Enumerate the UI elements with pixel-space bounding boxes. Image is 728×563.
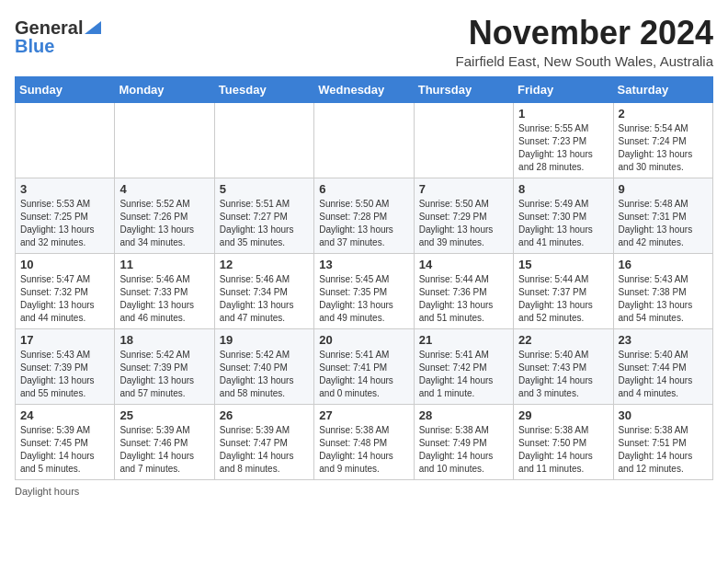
day-number: 12	[220, 258, 309, 271]
calendar-cell: 12Sunrise: 5:46 AM Sunset: 7:34 PM Dayli…	[214, 253, 313, 328]
col-thursday: Thursday	[414, 76, 513, 102]
day-number: 26	[220, 408, 309, 422]
day-info: Sunrise: 5:44 AM Sunset: 7:36 PM Dayligh…	[419, 274, 494, 323]
calendar-cell: 23Sunrise: 5:40 AM Sunset: 7:44 PM Dayli…	[613, 328, 712, 404]
calendar-cell: 18Sunrise: 5:42 AM Sunset: 7:39 PM Dayli…	[115, 328, 214, 404]
col-monday: Monday	[115, 76, 214, 102]
calendar-cell: 9Sunrise: 5:48 AM Sunset: 7:31 PM Daylig…	[613, 178, 712, 253]
day-info: Sunrise: 5:54 AM Sunset: 7:24 PM Dayligh…	[619, 123, 693, 172]
calendar-cell: 22Sunrise: 5:40 AM Sunset: 7:43 PM Dayli…	[514, 328, 613, 404]
day-number: 20	[319, 333, 408, 347]
day-number: 23	[619, 333, 708, 347]
day-number: 6	[319, 182, 408, 196]
day-info: Sunrise: 5:48 AM Sunset: 7:31 PM Dayligh…	[619, 199, 693, 247]
day-info: Sunrise: 5:41 AM Sunset: 7:41 PM Dayligh…	[319, 350, 393, 398]
calendar-week-4: 17Sunrise: 5:43 AM Sunset: 7:39 PM Dayli…	[16, 328, 713, 404]
day-info: Sunrise: 5:55 AM Sunset: 7:23 PM Dayligh…	[518, 123, 593, 172]
calendar-cell: 4Sunrise: 5:52 AM Sunset: 7:26 PM Daylig…	[115, 178, 214, 253]
day-number: 5	[220, 182, 309, 196]
day-info: Sunrise: 5:47 AM Sunset: 7:32 PM Dayligh…	[20, 274, 95, 323]
day-info: Sunrise: 5:40 AM Sunset: 7:43 PM Dayligh…	[518, 350, 593, 398]
day-info: Sunrise: 5:38 AM Sunset: 7:49 PM Dayligh…	[419, 425, 494, 474]
day-info: Sunrise: 5:45 AM Sunset: 7:35 PM Dayligh…	[319, 274, 393, 323]
title-area: November 2024 Fairfield East, New South …	[456, 15, 713, 69]
calendar-cell: 25Sunrise: 5:39 AM Sunset: 7:46 PM Dayli…	[115, 404, 214, 479]
header-row: Sunday Monday Tuesday Wednesday Thursday…	[16, 76, 713, 102]
day-info: Sunrise: 5:53 AM Sunset: 7:25 PM Dayligh…	[20, 199, 95, 247]
day-info: Sunrise: 5:46 AM Sunset: 7:34 PM Dayligh…	[220, 274, 294, 323]
calendar-week-5: 24Sunrise: 5:39 AM Sunset: 7:45 PM Dayli…	[16, 404, 713, 479]
day-number: 21	[419, 333, 508, 347]
day-info: Sunrise: 5:43 AM Sunset: 7:39 PM Dayligh…	[20, 350, 95, 398]
day-info: Sunrise: 5:38 AM Sunset: 7:48 PM Dayligh…	[319, 425, 393, 474]
calendar-cell: 26Sunrise: 5:39 AM Sunset: 7:47 PM Dayli…	[214, 404, 313, 479]
day-info: Sunrise: 5:44 AM Sunset: 7:37 PM Dayligh…	[518, 274, 593, 323]
day-number: 17	[20, 333, 109, 347]
calendar-cell	[314, 102, 414, 178]
header: General Blue November 2024 Fairfield Eas…	[15, 15, 713, 69]
day-info: Sunrise: 5:46 AM Sunset: 7:33 PM Dayligh…	[119, 274, 194, 323]
day-info: Sunrise: 5:39 AM Sunset: 7:46 PM Dayligh…	[119, 425, 194, 474]
day-info: Sunrise: 5:38 AM Sunset: 7:50 PM Dayligh…	[518, 425, 593, 474]
day-number: 25	[119, 408, 209, 422]
calendar-cell: 27Sunrise: 5:38 AM Sunset: 7:48 PM Dayli…	[314, 404, 414, 479]
col-friday: Friday	[514, 76, 613, 102]
day-info: Sunrise: 5:50 AM Sunset: 7:29 PM Dayligh…	[419, 199, 494, 247]
day-number: 4	[119, 182, 209, 196]
day-info: Sunrise: 5:41 AM Sunset: 7:42 PM Dayligh…	[419, 350, 494, 398]
day-number: 3	[20, 182, 109, 196]
calendar-week-1: 1Sunrise: 5:55 AM Sunset: 7:23 PM Daylig…	[16, 102, 713, 178]
calendar-cell: 13Sunrise: 5:45 AM Sunset: 7:35 PM Dayli…	[314, 253, 414, 328]
location-title: Fairfield East, New South Wales, Austral…	[456, 53, 713, 69]
day-info: Sunrise: 5:38 AM Sunset: 7:51 PM Dayligh…	[619, 425, 693, 474]
day-number: 29	[518, 408, 608, 422]
day-number: 2	[619, 107, 708, 121]
day-number: 24	[20, 408, 109, 422]
calendar-cell: 30Sunrise: 5:38 AM Sunset: 7:51 PM Dayli…	[613, 404, 712, 479]
calendar-cell: 16Sunrise: 5:43 AM Sunset: 7:38 PM Dayli…	[613, 253, 712, 328]
calendar-cell: 17Sunrise: 5:43 AM Sunset: 7:39 PM Dayli…	[16, 328, 115, 404]
day-number: 15	[518, 258, 608, 271]
calendar-cell: 29Sunrise: 5:38 AM Sunset: 7:50 PM Dayli…	[514, 404, 613, 479]
day-number: 30	[619, 408, 708, 422]
calendar-week-2: 3Sunrise: 5:53 AM Sunset: 7:25 PM Daylig…	[16, 178, 713, 253]
calendar-cell: 24Sunrise: 5:39 AM Sunset: 7:45 PM Dayli…	[16, 404, 115, 479]
day-info: Sunrise: 5:51 AM Sunset: 7:27 PM Dayligh…	[220, 199, 294, 247]
calendar-cell: 28Sunrise: 5:38 AM Sunset: 7:49 PM Dayli…	[414, 404, 513, 479]
calendar-cell: 14Sunrise: 5:44 AM Sunset: 7:36 PM Dayli…	[414, 253, 513, 328]
footer-note: Daylight hours	[15, 486, 713, 497]
calendar-cell: 7Sunrise: 5:50 AM Sunset: 7:29 PM Daylig…	[414, 178, 513, 253]
day-number: 11	[119, 258, 209, 271]
calendar-cell	[16, 102, 115, 178]
logo-blue: Blue	[15, 37, 54, 55]
calendar-cell: 19Sunrise: 5:42 AM Sunset: 7:40 PM Dayli…	[214, 328, 313, 404]
col-tuesday: Tuesday	[214, 76, 313, 102]
day-number: 7	[419, 182, 508, 196]
day-number: 1	[518, 107, 608, 121]
calendar-cell	[214, 102, 313, 178]
calendar-table: Sunday Monday Tuesday Wednesday Thursday…	[15, 76, 713, 480]
day-number: 18	[119, 333, 209, 347]
day-number: 22	[518, 333, 608, 347]
day-info: Sunrise: 5:42 AM Sunset: 7:39 PM Dayligh…	[119, 350, 194, 398]
calendar-cell: 21Sunrise: 5:41 AM Sunset: 7:42 PM Dayli…	[414, 328, 513, 404]
calendar-cell: 1Sunrise: 5:55 AM Sunset: 7:23 PM Daylig…	[514, 102, 613, 178]
calendar-cell: 3Sunrise: 5:53 AM Sunset: 7:25 PM Daylig…	[16, 178, 115, 253]
day-info: Sunrise: 5:39 AM Sunset: 7:47 PM Dayligh…	[220, 425, 294, 474]
day-number: 16	[619, 258, 708, 271]
calendar-cell: 10Sunrise: 5:47 AM Sunset: 7:32 PM Dayli…	[16, 253, 115, 328]
col-saturday: Saturday	[613, 76, 712, 102]
logo-general: General	[15, 18, 83, 37]
day-number: 10	[20, 258, 109, 271]
day-info: Sunrise: 5:39 AM Sunset: 7:45 PM Dayligh…	[20, 425, 95, 474]
col-sunday: Sunday	[16, 76, 115, 102]
calendar-cell: 6Sunrise: 5:50 AM Sunset: 7:28 PM Daylig…	[314, 178, 414, 253]
logo: General Blue	[15, 18, 101, 55]
day-number: 14	[419, 258, 508, 271]
day-number: 8	[518, 182, 608, 196]
logo-icon	[85, 21, 101, 34]
day-info: Sunrise: 5:50 AM Sunset: 7:28 PM Dayligh…	[319, 199, 393, 247]
col-wednesday: Wednesday	[314, 76, 414, 102]
calendar-cell: 20Sunrise: 5:41 AM Sunset: 7:41 PM Dayli…	[314, 328, 414, 404]
svg-marker-0	[85, 21, 101, 34]
